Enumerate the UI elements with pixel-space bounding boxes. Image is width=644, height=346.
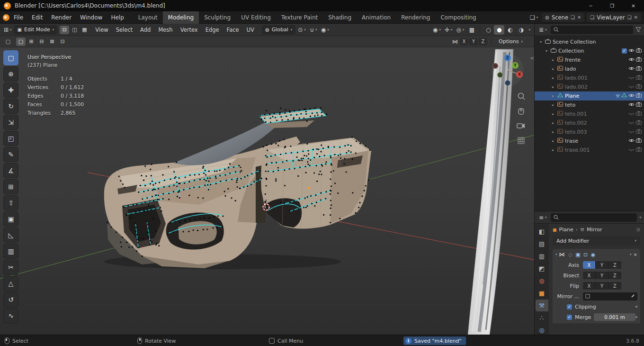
- add-modifier-dropdown[interactable]: Add Modifier ▾: [553, 236, 640, 246]
- properties-tab-physics[interactable]: ◎: [536, 324, 548, 335]
- tool-rotate[interactable]: ↻: [3, 99, 18, 114]
- browse-scene-button[interactable]: ❏▾: [528, 13, 539, 22]
- disclosure-triangle[interactable]: ▾: [544, 49, 549, 53]
- outliner-row-plane[interactable]: ▸Plane⚒: [535, 91, 644, 100]
- collapse-sidebar-arrow[interactable]: <: [530, 55, 534, 61]
- scene-selector[interactable]: ◍ Scene ❏ ✕: [542, 13, 584, 22]
- hide-in-viewport-toggle[interactable]: [628, 93, 635, 100]
- disclosure-triangle[interactable]: ▸: [551, 121, 555, 125]
- outliner-row-trase-001[interactable]: ▸trase.001: [535, 146, 644, 155]
- viewport-menu-view[interactable]: View: [91, 24, 112, 36]
- properties-tab-particles[interactable]: ∴: [536, 312, 548, 324]
- outliner-row-lado[interactable]: ▸lado: [535, 64, 644, 73]
- hide-in-viewport-toggle[interactable]: [628, 120, 635, 127]
- breadcrumb-object[interactable]: Plane: [559, 227, 573, 233]
- disable-in-renders-toggle[interactable]: [636, 75, 642, 81]
- viewport-menu-edge[interactable]: Edge: [202, 24, 223, 36]
- show-realtime-toggle[interactable]: ⊡: [582, 252, 590, 258]
- viewport-menu-face[interactable]: Face: [223, 24, 243, 36]
- flip-y-toggle[interactable]: Y: [596, 282, 608, 290]
- disable-in-renders-toggle[interactable]: [636, 84, 642, 90]
- hide-in-viewport-toggle[interactable]: [628, 48, 635, 55]
- hide-in-viewport-toggle[interactable]: [628, 57, 635, 64]
- shading-wireframe-button[interactable]: ○: [483, 25, 493, 35]
- workspace-tab-modeling[interactable]: Modeling: [163, 11, 199, 24]
- outliner-row-teto-001[interactable]: ▸teto.001: [535, 109, 644, 118]
- shading-solid-button[interactable]: ●: [494, 25, 504, 35]
- bisect-y-toggle[interactable]: Y: [596, 272, 608, 279]
- close-icon[interactable]: ✕: [634, 252, 637, 257]
- show-on-cage-toggle[interactable]: ◇: [567, 252, 574, 258]
- properties-tab-world[interactable]: ◍: [536, 275, 548, 287]
- outliner-row-teto-002[interactable]: ▸teto.002: [535, 118, 644, 127]
- mirror-x-toggle[interactable]: X: [460, 38, 468, 46]
- outliner-row-lado-002[interactable]: ▸lado.002: [535, 82, 644, 91]
- outliner-row-lado-001[interactable]: ▸lado.001: [535, 73, 644, 82]
- viewport-3d[interactable]: Z Y X < ▢⊕✚↻⇲◰✎∡⊞⇧▣◺▥✂△↺∿ User Perspecti…: [0, 47, 534, 335]
- new-scene-icon[interactable]: ❏: [571, 15, 575, 20]
- disable-in-renders-toggle[interactable]: [636, 111, 642, 117]
- viewport-menu-vertex[interactable]: Vertex: [177, 24, 202, 36]
- axis-x-toggle[interactable]: X: [583, 261, 596, 269]
- show-overlays-button[interactable]: ◎▾: [455, 25, 465, 35]
- hide-in-viewport-toggle[interactable]: [628, 129, 635, 136]
- properties-tab-view-layer[interactable]: ▥: [536, 250, 548, 262]
- disclosure-triangle[interactable]: ▸: [551, 112, 555, 116]
- viewlayer-selector[interactable]: ❏ ViewLayer ❏ ✕: [587, 13, 641, 22]
- snapping-button[interactable]: ∪▾: [308, 25, 319, 35]
- maximize-button[interactable]: ❐: [601, 0, 623, 11]
- outliner-row-collection[interactable]: ▾Collection✓: [535, 46, 644, 55]
- disclosure-triangle[interactable]: ▸: [551, 148, 555, 152]
- menu-window[interactable]: Window: [76, 11, 107, 24]
- hide-in-viewport-toggle[interactable]: [628, 66, 635, 73]
- hide-in-viewport-toggle[interactable]: [628, 138, 635, 145]
- bisect-z-toggle[interactable]: Z: [608, 272, 621, 279]
- transform-orientation[interactable]: ◍ Global ▾: [262, 25, 295, 35]
- disable-in-renders-toggle[interactable]: [636, 147, 642, 153]
- shading-rendered-button[interactable]: ◑: [516, 25, 526, 35]
- disclosure-triangle[interactable]: ▸: [551, 67, 555, 71]
- editor-type-button[interactable]: ⊞▾: [2, 25, 13, 35]
- tool-bevel[interactable]: ◺: [3, 228, 18, 243]
- tool-knife[interactable]: ✂: [3, 260, 18, 275]
- active-tool-icon-button[interactable]: ▢: [3, 37, 13, 46]
- disable-in-renders-toggle[interactable]: [636, 66, 642, 72]
- breadcrumb-modifier[interactable]: Mirror: [587, 227, 602, 233]
- workspace-tab-texture-paint[interactable]: Texture Paint: [276, 11, 323, 24]
- tool-extrude-region[interactable]: ⇧: [3, 195, 18, 210]
- viewport-menu-select[interactable]: Select: [112, 24, 136, 36]
- mode-selector[interactable]: ▣ Edit Mode ▾: [14, 25, 58, 35]
- hide-in-viewport-toggle[interactable]: [628, 111, 635, 118]
- outliner-search[interactable]: [551, 26, 633, 34]
- disable-in-renders-toggle[interactable]: [636, 120, 642, 126]
- menu-render[interactable]: Render: [47, 11, 76, 24]
- flip-x-toggle[interactable]: X: [583, 282, 596, 290]
- navigation-gizmo[interactable]: Z Y X: [492, 54, 524, 86]
- workspace-tab-sculpting[interactable]: Sculpting: [199, 11, 236, 24]
- viewport-menu-mesh[interactable]: Mesh: [154, 24, 176, 36]
- toggle-xray-button[interactable]: ▩: [466, 25, 477, 35]
- viewport-menu-uv[interactable]: UV: [243, 24, 258, 36]
- mirror-object-field[interactable]: [583, 292, 637, 300]
- visibility-button[interactable]: ◉▾: [431, 25, 442, 35]
- disable-in-renders-toggle[interactable]: [636, 138, 642, 144]
- disclosure-triangle[interactable]: ▾: [538, 40, 543, 44]
- shading-material-preview-button[interactable]: ◐: [505, 25, 515, 35]
- chevron-down-icon[interactable]: ▾: [639, 216, 641, 219]
- hide-in-viewport-toggle[interactable]: [628, 147, 635, 154]
- disable-in-renders-toggle[interactable]: [636, 93, 642, 99]
- menu-help[interactable]: Help: [107, 11, 128, 24]
- tool-cursor[interactable]: ⊕: [3, 66, 18, 82]
- collection-checkbox[interactable]: ✓: [622, 48, 627, 54]
- tool-spin[interactable]: ↺: [3, 292, 18, 307]
- workspace-tab-compositing[interactable]: Compositing: [435, 11, 481, 24]
- outliner-row-scene-collection[interactable]: ▾Scene Collection: [535, 37, 644, 46]
- hide-in-viewport-toggle[interactable]: [628, 75, 635, 82]
- tool-inset-faces[interactable]: ▣: [3, 211, 18, 227]
- viewport-menu-add[interactable]: Add: [136, 24, 154, 36]
- filter-icon[interactable]: [635, 27, 641, 32]
- outliner-row-frente[interactable]: ▸frente: [535, 55, 644, 64]
- disclosure-triangle[interactable]: ▸: [551, 76, 555, 80]
- disable-in-renders-toggle[interactable]: [636, 57, 642, 63]
- merge-checkbox[interactable]: ✓: [567, 315, 572, 320]
